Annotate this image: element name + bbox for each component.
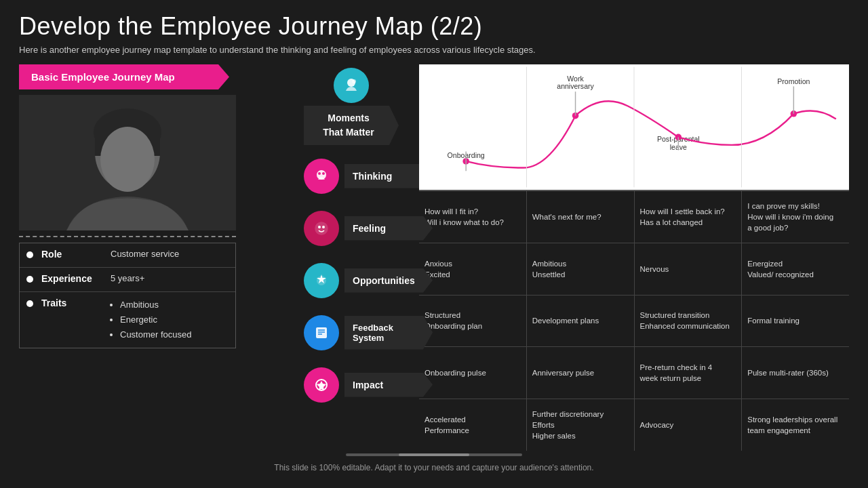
feedback-icon	[304, 315, 339, 350]
grid-cell-impact-3: Advocacy	[635, 399, 743, 451]
grid-cell-thinking-2: What's next for me?	[527, 191, 635, 243]
dotted-separator	[19, 236, 236, 237]
grid-cell-impact-4: Strong leaderships overall team engageme…	[742, 399, 849, 451]
grid-cell-impact-2: Further discretionary Efforts Higher sal…	[527, 399, 635, 451]
role-value: Customer service	[111, 249, 179, 259]
feedback-label: Feedback System	[344, 316, 433, 350]
journey-impact: Impact	[304, 362, 433, 408]
grid-cell-thinking-3: How will I settle back in? Has a lot cha…	[635, 191, 743, 243]
grid-row-impact: Accelerated Performance Further discreti…	[419, 399, 849, 451]
moments-icon	[334, 68, 369, 103]
experience-row: Experience 5 years+	[20, 268, 235, 292]
journey-feeling: Feeling	[304, 205, 433, 251]
grid-cell-thinking-4: I can prove my skills! How will i know i…	[742, 191, 849, 243]
scroll-indicator	[19, 453, 849, 456]
grid-cell-feedback-4: Pulse multi-rater (360s)	[742, 347, 849, 399]
opportunities-label: Opportunities	[344, 268, 433, 293]
svg-text:Work: Work	[567, 75, 584, 83]
journey-opportunities: Opportunities	[304, 258, 433, 304]
svg-point-10	[318, 172, 321, 175]
grid-cell-feedback-3: Pre-return check in 4 week return pulse	[635, 347, 743, 399]
slide-title: Develop the Employee Journey Map (2/2)	[19, 12, 849, 41]
grid-row-feedback: Onboarding pulse Anniversary pulse Pre-r…	[419, 347, 849, 399]
grid-cell-opps-1: Structured Onboarding plan	[419, 296, 527, 347]
svg-point-13	[318, 226, 321, 228]
role-row: Role Customer service	[20, 243, 235, 268]
grid-row-opportunities: Structured Onboarding plan Development p…	[419, 296, 849, 348]
moments-section: Moments That Matter	[304, 68, 399, 145]
grid-cell-feeling-3: Nervous	[635, 243, 743, 295]
svg-point-12	[315, 222, 328, 235]
traits-dot	[26, 300, 33, 307]
svg-point-11	[322, 172, 325, 175]
grid-table: How will I fit in? Will i know what to d…	[419, 190, 849, 451]
svg-point-8	[352, 79, 356, 83]
impact-icon	[304, 367, 339, 403]
badge-label: Basic Employee Journey Map	[19, 64, 229, 89]
svg-text:Promotion: Promotion	[777, 77, 810, 85]
profile-table: Role Customer service Experience 5 years…	[19, 243, 236, 348]
journey-rows: Thinking Feeling	[304, 150, 433, 411]
grid-cell-feedback-1: Onboarding pulse	[419, 347, 527, 399]
trait-1: Ambitious	[120, 298, 192, 312]
slide: Develop the Employee Journey Map (2/2) H…	[0, 0, 868, 488]
grid-row-thinking: How will I fit in? Will i know what to d…	[419, 191, 849, 243]
person-image	[19, 95, 236, 230]
grid-cell-impact-1: Accelerated Performance	[419, 399, 527, 451]
right-panel: Onboarding Work anniversary Post-parenta…	[419, 64, 849, 451]
chart-area: Onboarding Work anniversary Post-parenta…	[419, 64, 849, 190]
main-content: Basic Employee Journey Map	[19, 64, 849, 451]
experience-dot	[26, 276, 33, 283]
feeling-icon	[304, 211, 339, 246]
grid-cell-feeling-4: Energized Valued/ recognized	[742, 243, 849, 295]
trait-2: Energetic	[120, 312, 192, 327]
svg-rect-16	[316, 327, 327, 338]
grid-cell-feeling-1: Anxious Excited	[419, 243, 527, 295]
middle-panel: Moments That Matter Th	[283, 64, 419, 451]
experience-label: Experience	[41, 273, 102, 284]
grid-cell-feedback-2: Anniversary pulse	[527, 347, 635, 399]
opportunities-icon	[304, 263, 339, 298]
grid-cell-thinking-1: How will I fit in? Will i know what to d…	[419, 191, 527, 243]
moments-arrow-label: Moments That Matter	[304, 106, 399, 145]
svg-text:anniversary: anniversary	[557, 82, 594, 90]
experience-value: 5 years+	[111, 273, 144, 283]
svg-rect-6	[19, 95, 236, 230]
feeling-label: Feeling	[344, 216, 433, 241]
role-label: Role	[41, 249, 102, 260]
slide-subtitle: Here is another employee journey map tem…	[19, 45, 849, 55]
left-panel: Basic Employee Journey Map	[19, 64, 283, 451]
grid-row-feeling: Anxious Excited Ambitious Unsettled Nerv…	[419, 243, 849, 296]
grid-cell-opps-3: Structured transition Enhanced communica…	[635, 296, 743, 347]
svg-point-14	[322, 226, 325, 228]
impact-label: Impact	[344, 373, 433, 397]
traits-label: Traits	[41, 298, 102, 308]
journey-chart: Onboarding Work anniversary Post-parenta…	[419, 64, 849, 190]
trait-3: Customer focused	[120, 327, 192, 342]
role-dot	[26, 251, 33, 258]
thinking-icon	[304, 159, 339, 194]
grid-cell-opps-2: Development plans	[527, 296, 635, 347]
footer-note: This slide is 100% editable. Adapt it to…	[19, 460, 849, 475]
traits-list: Ambitious Energetic Customer focused	[111, 298, 192, 342]
traits-row: Traits Ambitious Energetic Customer focu…	[20, 292, 235, 348]
journey-feedback: Feedback System	[304, 310, 433, 356]
grid-cell-feeling-2: Ambitious Unsettled	[527, 243, 635, 295]
journey-thinking: Thinking	[304, 153, 433, 199]
grid-cell-opps-4: Formal training	[742, 296, 849, 347]
